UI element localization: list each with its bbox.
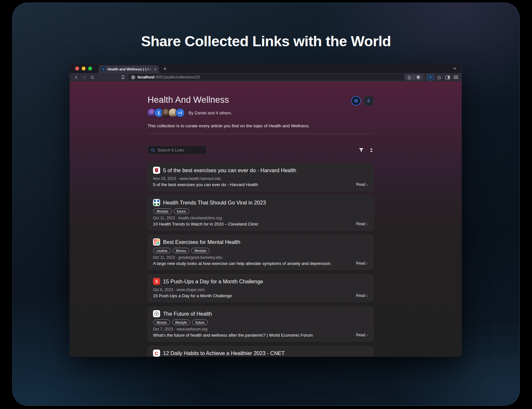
link-title: The Future of Health — [163, 311, 212, 317]
link-card[interactable]: The Future of Health fitnesslifestylefut… — [148, 307, 373, 341]
link-title: 15 Push-Ups a Day for a Month Challenge — [163, 278, 263, 285]
tab-health-and-wellness[interactable]: Health and Wellness | Linkward × — [99, 65, 159, 73]
read-link[interactable]: Read › — [356, 222, 368, 226]
linkwarden-logo-button[interactable] — [364, 96, 373, 106]
reload-icon[interactable] — [89, 74, 96, 80]
svg-text:S: S — [154, 243, 156, 245]
cnet-favicon: C — [153, 350, 160, 357]
read-chevron-icon: › — [367, 222, 368, 226]
read-link[interactable]: Read › — [356, 261, 368, 266]
sidebar-toggle-icon[interactable] — [445, 75, 450, 79]
search-box[interactable] — [148, 146, 207, 154]
link-description: 15 Push-Ups a Day for a Month Challenge — [153, 293, 232, 298]
read-link[interactable]: Read › — [356, 293, 368, 298]
link-card[interactable]: S 15 Push-Ups a Day for a Month Challeng… — [148, 274, 373, 302]
brave-shield-icon[interactable] — [416, 75, 420, 79]
cleveland-clinic-favicon — [153, 199, 160, 206]
shape-favicon: S — [153, 278, 160, 285]
collection-settings-button[interactable] — [351, 96, 361, 106]
svg-text:G: G — [157, 240, 159, 242]
read-label: Read — [356, 333, 365, 337]
url-host: localhost — [138, 75, 155, 79]
new-tab-button[interactable]: + — [159, 66, 167, 73]
tab-title: Health and Wellness | Linkward — [107, 67, 152, 71]
link-card[interactable]: C 12 Daily Habits to Achieve a Healthier… — [148, 346, 373, 357]
link-tags: routinefitnesslifestyle — [153, 248, 368, 253]
tag-future[interactable]: future — [192, 320, 208, 325]
read-label: Read — [356, 293, 365, 298]
link-list: 5 of the best exercises you can ever do … — [148, 163, 373, 357]
forward-icon[interactable] — [81, 74, 87, 80]
svg-text:G: G — [154, 240, 156, 242]
tag-future[interactable]: future — [174, 208, 189, 214]
site-info-icon[interactable] — [131, 75, 135, 79]
link-description: A large new study looks at how exercise … — [153, 261, 332, 266]
url-path: :3001/public/collections/20 — [155, 75, 200, 79]
search-icon — [151, 148, 155, 152]
zoom-window-button[interactable] — [88, 67, 92, 70]
tag-lifestyle[interactable]: lifestyle — [191, 248, 210, 253]
read-chevron-icon: › — [367, 183, 368, 187]
hero-title: Share Collected Links with the World — [0, 33, 532, 50]
tag-lifestyle[interactable]: lifestyle — [172, 320, 190, 325]
avatar-stack — [148, 109, 176, 117]
bookmark-icon[interactable] — [120, 74, 126, 80]
browser-window: Health and Wellness | Linkward × + local… — [70, 64, 462, 357]
tab-overflow-chevron-icon[interactable] — [453, 64, 457, 73]
svg-text:C: C — [155, 351, 159, 356]
filter-icon[interactable] — [359, 148, 364, 152]
link-card[interactable]: Health Trends That Should Go Viral in 20… — [148, 195, 373, 230]
tag-routine[interactable]: routine — [153, 248, 171, 253]
read-label: Read — [356, 222, 365, 226]
minimize-window-button[interactable] — [82, 67, 86, 70]
link-meta: Nov 23, 2023 · www.health.harvard.edu — [153, 176, 368, 181]
url-actions — [404, 74, 423, 80]
link-title: 5 of the best exercises you can ever do … — [163, 167, 296, 173]
collection-members: +1 By Daniel and 4 others. — [148, 109, 373, 117]
link-description: What's the future of health and wellness… — [153, 333, 313, 338]
url-text: localhost:3001/public/collections/20 — [138, 75, 200, 79]
browser-toolbar: localhost:3001/public/collections/20 — [70, 73, 462, 81]
lightning-icon — [366, 99, 371, 103]
link-title: Best Exercises for Mental Health — [163, 239, 240, 245]
harvard-shield-favicon — [153, 167, 160, 174]
greater-good-favicon: GGSC — [153, 238, 160, 246]
link-tags: fitnesslifestylefuture — [153, 320, 368, 325]
link-meta: Oct 8, 2023 · www.shape.com — [153, 288, 368, 292]
read-label: Read — [356, 261, 365, 266]
read-chevron-icon: › — [367, 294, 368, 298]
tab-strip: Health and Wellness | Linkward × + — [70, 64, 462, 73]
menu-hamburger-icon[interactable] — [454, 75, 458, 79]
collection-title: Health And Wellness — [148, 95, 229, 105]
close-window-button[interactable] — [75, 67, 79, 70]
read-link[interactable]: Read › — [356, 333, 368, 337]
sort-icon[interactable] — [369, 148, 373, 153]
gear-icon — [353, 98, 359, 103]
search-input[interactable] — [158, 148, 203, 152]
linkwarden-favicon-icon — [101, 67, 106, 71]
read-chevron-icon: › — [367, 261, 368, 266]
svg-text:S: S — [155, 279, 158, 284]
close-tab-icon[interactable]: × — [154, 67, 157, 71]
link-description: 10 Health Trends to Watch for in 2023 – … — [153, 222, 258, 226]
page-content: Health And Wellness +1 — [70, 81, 462, 357]
tag-lifestyle[interactable]: lifestyle — [153, 208, 172, 214]
link-card[interactable]: GGSC Best Exercises for Mental Health ro… — [148, 235, 373, 270]
more-members-badge: +1 — [176, 109, 184, 117]
link-description: 5 of the best exercises you can ever do … — [153, 182, 258, 187]
linkwarden-extension-icon[interactable] — [427, 74, 434, 80]
extensions-puzzle-icon[interactable] — [437, 75, 442, 79]
collection-description: This collection is to curate every artic… — [148, 123, 373, 128]
read-link[interactable]: Read › — [356, 182, 368, 187]
read-chevron-icon: › — [367, 333, 368, 337]
collection-byline: By Daniel and 4 others. — [189, 110, 232, 115]
link-meta: Oct 7, 2023 · www.weforum.org — [153, 327, 368, 331]
tag-fitness[interactable]: fitness — [173, 248, 189, 253]
link-card[interactable]: 5 of the best exercises you can ever do … — [148, 163, 373, 191]
tag-fitness[interactable]: fitness — [153, 320, 170, 325]
link-tags: lifestylefuture — [153, 208, 368, 214]
share-icon[interactable] — [407, 75, 411, 79]
url-bar[interactable]: localhost:3001/public/collections/20 — [129, 74, 423, 80]
back-icon[interactable] — [73, 74, 79, 80]
traffic-lights — [70, 67, 92, 73]
